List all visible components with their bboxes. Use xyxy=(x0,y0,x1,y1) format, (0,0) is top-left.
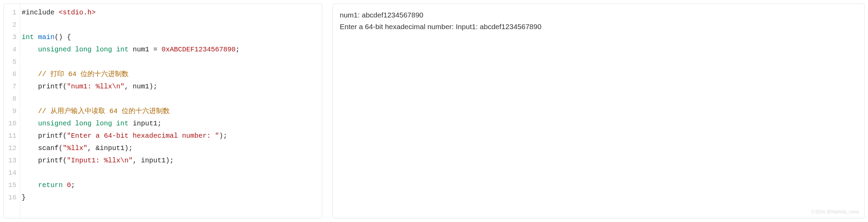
code-token: long xyxy=(96,46,112,53)
code-token xyxy=(92,120,96,127)
code-content-area[interactable]: #include <stdio.h>int main() { unsigned … xyxy=(20,4,322,218)
code-token: return xyxy=(38,181,63,189)
line-number: 5 xyxy=(4,56,20,68)
code-token xyxy=(92,46,96,53)
code-line[interactable]: // 从用户输入中读取 64 位的十六进制数 xyxy=(20,105,322,118)
code-line[interactable]: // 打印 64 位的十六进制数 xyxy=(20,68,322,81)
code-token: input1; xyxy=(129,120,161,127)
code-token xyxy=(22,46,38,53)
code-token: "Enter a 64-bit hexadecimal number: " xyxy=(67,132,219,140)
code-token: } xyxy=(22,194,26,201)
code-line[interactable] xyxy=(20,56,322,68)
line-number: 4 xyxy=(4,44,20,56)
code-token: , num1); xyxy=(124,83,157,90)
code-line[interactable] xyxy=(20,167,322,179)
code-line[interactable]: printf("Enter a 64-bit hexadecimal numbe… xyxy=(20,130,322,142)
code-token: <stdio.h> xyxy=(59,9,96,16)
watermark-text: CSDN @Nahida_nora xyxy=(811,208,859,215)
code-token: num1 = xyxy=(129,46,161,53)
output-text: num1: abcdef1234567890Enter a 64-bit hex… xyxy=(340,9,857,32)
code-token xyxy=(63,181,67,189)
code-token xyxy=(22,70,38,78)
code-token: , &input1); xyxy=(87,144,133,152)
code-token xyxy=(34,33,38,41)
line-number: 9 xyxy=(4,105,20,118)
code-token: ; xyxy=(236,46,240,53)
code-line[interactable]: scanf("%llx", &input1); xyxy=(20,142,322,155)
line-number: 11 xyxy=(4,130,20,142)
code-token: printf( xyxy=(22,132,67,140)
code-token: 0xABCDEF1234567890 xyxy=(161,46,236,53)
code-line[interactable]: int main() { xyxy=(20,31,322,44)
code-line[interactable]: return 0; xyxy=(20,179,322,192)
output-panel: num1: abcdef1234567890Enter a 64-bit hex… xyxy=(333,3,865,219)
code-token: unsigned xyxy=(38,120,71,127)
code-token: "%llx" xyxy=(63,144,87,152)
line-number: 16 xyxy=(4,192,20,204)
code-token: int xyxy=(116,120,129,127)
output-line: num1: abcdef1234567890 xyxy=(340,9,857,21)
code-token: #include xyxy=(22,9,59,16)
line-number: 1 xyxy=(4,7,20,19)
code-token: // 打印 64 位的十六进制数 xyxy=(38,70,129,78)
code-token xyxy=(22,120,38,127)
line-number-gutter: 12345678910111213141516 xyxy=(4,4,20,218)
code-token xyxy=(112,46,116,53)
output-line: Enter a 64-bit hexadecimal number: Input… xyxy=(340,21,857,33)
code-token: ); xyxy=(219,132,227,140)
code-token: ; xyxy=(71,181,75,189)
line-number: 12 xyxy=(4,142,20,155)
line-number: 13 xyxy=(4,155,20,167)
code-line[interactable]: } xyxy=(20,192,322,204)
code-line[interactable]: #include <stdio.h> xyxy=(20,7,322,19)
code-token xyxy=(22,107,38,115)
code-token: // 从用户输入中读取 64 位的十六进制数 xyxy=(38,107,170,115)
code-token: printf( xyxy=(22,83,67,90)
code-token: long xyxy=(75,120,92,127)
line-number: 15 xyxy=(4,179,20,192)
line-number: 3 xyxy=(4,31,20,44)
code-token: "num1: %llx\n" xyxy=(67,83,124,90)
code-token: long xyxy=(75,46,92,53)
code-line[interactable]: printf("Input1: %llx\n", input1); xyxy=(20,155,322,167)
code-token: printf( xyxy=(22,157,67,164)
code-token: , input1); xyxy=(133,157,174,164)
code-token: int xyxy=(22,33,34,41)
line-number: 10 xyxy=(4,118,20,130)
code-line[interactable]: unsigned long long int num1 = 0xABCDEF12… xyxy=(20,44,322,56)
code-line[interactable] xyxy=(20,19,322,31)
code-token: 0 xyxy=(67,181,71,189)
code-token: unsigned xyxy=(38,46,71,53)
code-token xyxy=(71,46,75,53)
code-line[interactable]: unsigned long long int input1; xyxy=(20,118,322,130)
code-token: long xyxy=(96,120,112,127)
code-token: () { xyxy=(55,33,71,41)
code-line[interactable]: printf("num1: %llx\n", num1); xyxy=(20,81,322,93)
line-number: 7 xyxy=(4,81,20,93)
code-token: int xyxy=(116,46,129,53)
code-line[interactable] xyxy=(20,93,322,105)
code-token xyxy=(112,120,116,127)
line-number: 14 xyxy=(4,167,20,179)
line-number: 6 xyxy=(4,68,20,81)
line-number: 2 xyxy=(4,19,20,31)
code-token: scanf( xyxy=(22,144,63,152)
code-token xyxy=(71,120,75,127)
code-token xyxy=(22,181,38,189)
code-token: main xyxy=(38,33,55,41)
line-number: 8 xyxy=(4,93,20,105)
code-editor-panel: 12345678910111213141516 #include <stdio.… xyxy=(3,3,322,219)
code-token: "Input1: %llx\n" xyxy=(67,157,133,164)
